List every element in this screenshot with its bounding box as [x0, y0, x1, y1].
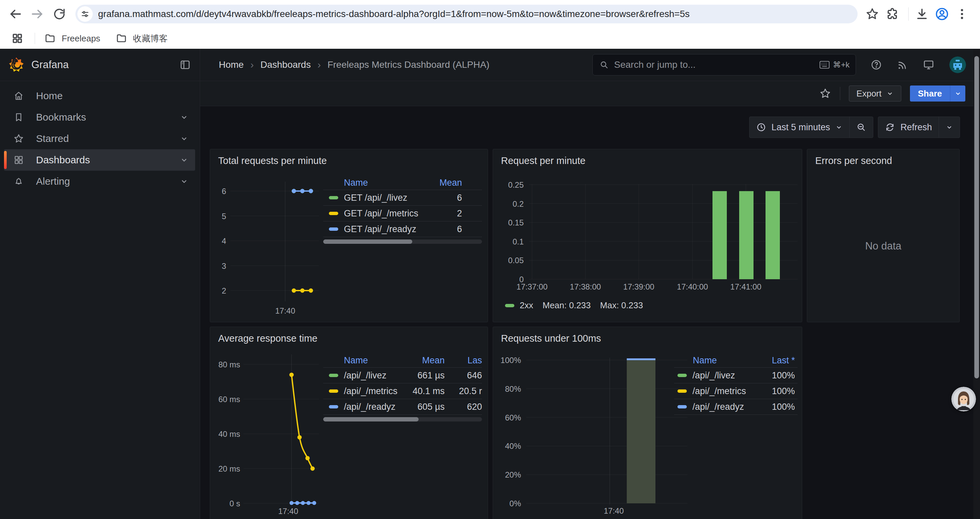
- address-bar[interactable]: grafana.mathmast.com/d/deytv4rwavabkb/fr…: [75, 5, 858, 23]
- dashboard-content: Export Share Last 5 minutes: [200, 81, 980, 519]
- chevron-down-icon[interactable]: [180, 177, 188, 186]
- bookmark-folder-label: Freeleaps: [62, 34, 100, 44]
- apps-grid-icon: [11, 32, 23, 45]
- help-icon[interactable]: [870, 59, 882, 70]
- bookmarks-divider: [35, 33, 35, 44]
- sidebar-item-home[interactable]: Home: [4, 85, 195, 107]
- share-button[interactable]: Share: [910, 86, 950, 102]
- browser-menu-button[interactable]: [953, 5, 970, 23]
- col-header-name[interactable]: Name: [674, 355, 757, 366]
- series-name[interactable]: /api/_/livez: [692, 370, 735, 381]
- time-picker-group: Last 5 minutes: [749, 117, 873, 138]
- profile-button[interactable]: [933, 5, 951, 23]
- series-name[interactable]: GET /api/_/metrics: [344, 208, 418, 219]
- panel-request-per-minute[interactable]: Request per minute 0.250.20.150.10.05017…: [493, 149, 802, 322]
- table-row[interactable]: /api/_/metrics 100%: [674, 383, 797, 399]
- panel-title[interactable]: Errors per second: [815, 155, 892, 166]
- table-scrollbar[interactable]: [323, 240, 482, 244]
- downloads-button[interactable]: [913, 5, 931, 23]
- brand-name[interactable]: Grafana: [31, 59, 69, 71]
- star-dashboard-button[interactable]: [819, 88, 831, 99]
- grafana-logo[interactable]: [9, 57, 24, 72]
- back-button[interactable]: [7, 5, 24, 23]
- col-header-name[interactable]: Name: [323, 178, 425, 188]
- sidebar-item-starred[interactable]: Starred: [4, 128, 195, 149]
- sidebar: Home Bookmarks Starred Dashboards Alerti: [0, 81, 200, 519]
- sidebar-item-alerting[interactable]: Alerting: [4, 171, 195, 192]
- series-mean: 40.1 ms: [402, 386, 453, 396]
- page-scrollbar[interactable]: [973, 49, 980, 519]
- series-name[interactable]: /api/_/livez: [344, 370, 387, 381]
- chevron-down-icon[interactable]: [180, 134, 188, 143]
- legend-table: Name Last * /api/_/livez 100% /api/_/met…: [674, 354, 797, 415]
- svg-text:0%: 0%: [509, 499, 521, 508]
- table-scrollbar[interactable]: [323, 417, 482, 422]
- panel-title[interactable]: Average response time: [218, 333, 318, 344]
- chevron-down-icon[interactable]: [180, 156, 188, 164]
- breadcrumb-home[interactable]: Home: [219, 59, 244, 70]
- grafana-header: Grafana Home › Dashboards › Freeleaps Me…: [0, 49, 980, 81]
- panel-title[interactable]: Requests under 100ms: [501, 333, 601, 344]
- refresh-button[interactable]: Refresh: [878, 117, 939, 137]
- refresh-interval-button[interactable]: [939, 117, 960, 137]
- reload-button[interactable]: [51, 5, 68, 23]
- panel-total-requests[interactable]: Total requests per minute 6543217:40 Nam…: [210, 149, 488, 322]
- tune-icon: [81, 10, 89, 18]
- table-row[interactable]: /api/_/readyz 100%: [674, 399, 797, 415]
- panel-under-100ms[interactable]: Requests under 100ms 100%80%60%40%20%0%1…: [493, 327, 802, 519]
- panel-errors-per-second[interactable]: Errors per second No data: [807, 149, 960, 322]
- time-range-picker[interactable]: Last 5 minutes: [749, 117, 850, 137]
- scrollbar-thumb[interactable]: [323, 417, 418, 422]
- export-button[interactable]: Export: [849, 86, 901, 102]
- series-name[interactable]: GET /api/_/readyz: [344, 224, 416, 235]
- bookmark-folder-blogs[interactable]: 收藏博客: [116, 33, 168, 45]
- series-name[interactable]: /api/_/readyz: [692, 402, 744, 412]
- dock-sidebar-button[interactable]: [179, 59, 191, 71]
- share-menu-button[interactable]: [950, 86, 965, 102]
- table-row[interactable]: /api/_/livez 661 µs 646: [323, 368, 482, 383]
- apps-button[interactable]: [9, 30, 26, 47]
- svg-text:0.1: 0.1: [513, 237, 524, 246]
- site-settings-icon[interactable]: [77, 6, 93, 22]
- col-header-name[interactable]: Name: [323, 355, 402, 366]
- bookmark-folder-freeleaps[interactable]: Freeleaps: [45, 33, 100, 44]
- floating-assistant-avatar[interactable]: [951, 387, 976, 412]
- zoom-out-button[interactable]: [850, 117, 873, 137]
- table-row[interactable]: /api/_/metrics 40.1 ms 20.5 r: [323, 383, 482, 399]
- bookmark-page-button[interactable]: [864, 5, 881, 23]
- breadcrumb-dashboards[interactable]: Dashboards: [261, 59, 311, 70]
- series-name[interactable]: GET /api/_/livez: [344, 193, 407, 203]
- scrollbar-thumb[interactable]: [974, 56, 979, 378]
- col-header-mean[interactable]: Mean: [402, 355, 453, 366]
- table-row[interactable]: /api/_/readyz 605 µs 620: [323, 399, 482, 415]
- table-row[interactable]: GET /api/_/readyz 6: [323, 222, 482, 237]
- browser-actions: [864, 5, 973, 23]
- user-avatar[interactable]: [949, 56, 966, 73]
- table-row[interactable]: GET /api/_/metrics 2: [323, 206, 482, 222]
- panel-title[interactable]: Request per minute: [501, 155, 585, 166]
- series-name[interactable]: /api/_/metrics: [344, 386, 398, 396]
- col-header-last[interactable]: Las: [453, 355, 482, 366]
- table-row[interactable]: GET /api/_/livez 6: [323, 190, 482, 206]
- table-row[interactable]: /api/_/livez 100%: [674, 368, 797, 383]
- col-header-last[interactable]: Last *: [757, 355, 797, 366]
- col-header-mean[interactable]: Mean: [425, 178, 482, 188]
- sidebar-item-label: Home: [36, 90, 63, 102]
- extensions-button[interactable]: [884, 5, 901, 23]
- series-name[interactable]: /api/_/metrics: [692, 386, 746, 396]
- chart-legend[interactable]: 2xx Mean: 0.233 Max: 0.233: [505, 300, 643, 311]
- chevron-down-icon[interactable]: [180, 113, 188, 121]
- search-input[interactable]: Search or jump to... ⌘+k: [592, 54, 856, 75]
- forward-button[interactable]: [29, 5, 46, 23]
- panel-avg-response-time[interactable]: Average response time 80 ms60 ms40 ms20 …: [210, 327, 488, 519]
- legend-series-name[interactable]: 2xx: [520, 300, 533, 311]
- sidebar-item-label: Alerting: [36, 176, 70, 187]
- panel-title[interactable]: Total requests per minute: [218, 155, 327, 166]
- monitor-icon[interactable]: [923, 59, 935, 71]
- news-rss-icon[interactable]: [897, 59, 908, 70]
- sidebar-item-dashboards[interactable]: Dashboards: [4, 149, 195, 171]
- scrollbar-thumb[interactable]: [323, 240, 412, 244]
- url-text[interactable]: grafana.mathmast.com/d/deytv4rwavabkb/fr…: [98, 9, 689, 19]
- sidebar-item-bookmarks[interactable]: Bookmarks: [4, 107, 195, 128]
- series-name[interactable]: /api/_/readyz: [344, 402, 396, 412]
